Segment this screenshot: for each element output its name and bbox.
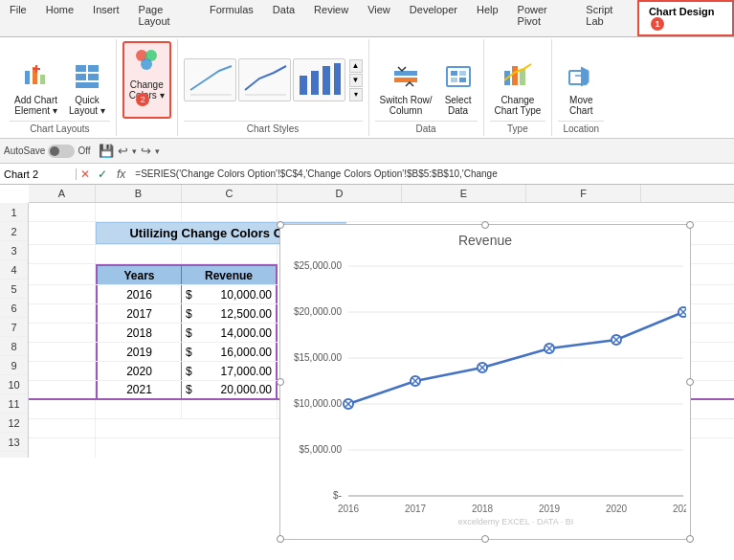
chart-handle-left[interactable] [277, 378, 284, 386]
confirm-formula-icon[interactable]: ✓ [94, 168, 111, 181]
style-scroll-up[interactable]: ▲ [349, 59, 363, 73]
cell-revenue-2017[interactable]: $ 12,500.00 [182, 304, 278, 323]
chart-container[interactable]: Revenue $25,000.00 $20,000.00 $15,000.00… [279, 224, 691, 540]
svg-text:$-: $- [333, 490, 342, 501]
switch-row-column-button[interactable]: Switch Row/Column [375, 60, 437, 119]
tab-help[interactable]: Help [467, 0, 508, 36]
cell-a7[interactable] [29, 324, 96, 342]
chart-handle-top[interactable] [481, 221, 489, 229]
autosave-toggle[interactable] [48, 145, 75, 158]
chart-style-3[interactable] [293, 58, 345, 101]
tab-review[interactable]: Review [304, 0, 358, 36]
cell-a8[interactable] [29, 343, 96, 361]
autosave-text: AutoSave [4, 146, 45, 156]
cell-years-header[interactable]: Years [96, 264, 182, 284]
cell-rest-1[interactable] [278, 203, 734, 221]
cell-year-2020[interactable]: 2020 [96, 362, 182, 380]
chart-style-2[interactable] [238, 58, 291, 101]
style-scroll-down[interactable]: ▾ [349, 88, 363, 101]
cell-b3[interactable] [96, 245, 182, 263]
cell-year-2017[interactable]: 2017 [96, 304, 182, 323]
cell-revenue-2021[interactable]: $ 20,000.00 [182, 381, 278, 398]
row-num-9: 9 [0, 356, 28, 375]
cell-year-2018[interactable]: 2018 [96, 324, 182, 342]
add-chart-element-icon [23, 63, 50, 94]
cell-a4[interactable] [29, 264, 96, 284]
tab-formulas[interactable]: Formulas [200, 0, 263, 36]
tab-data[interactable]: Data [263, 0, 304, 36]
amount-2: 14,000.00 [221, 326, 272, 340]
cell-a5[interactable] [29, 285, 96, 303]
svg-rect-5 [76, 65, 86, 72]
cell-a2[interactable] [29, 222, 96, 244]
chart-handle-right[interactable] [686, 378, 694, 386]
tab-power-pivot[interactable]: Power Pivot [508, 0, 577, 36]
cell-revenue-2016[interactable]: $ 10,000.00 [182, 285, 278, 303]
cell-a6[interactable] [29, 304, 96, 323]
cell-year-2021[interactable]: 2021 [96, 381, 182, 398]
add-chart-element-button[interactable]: Add ChartElement ▾ [10, 60, 62, 119]
tab-page-layout[interactable]: Page Layout [129, 0, 200, 36]
cell-revenue-2020[interactable]: $ 17,000.00 [182, 362, 278, 380]
svg-rect-21 [447, 67, 470, 86]
group-data: Switch Row/Column SelectData [369, 39, 484, 136]
cell-a12[interactable] [29, 419, 96, 437]
save-icon[interactable]: 💾 [99, 144, 114, 158]
redo-dropdown-icon[interactable]: ▾ [155, 146, 160, 156]
cell-a3[interactable] [29, 245, 96, 263]
row-num-4: 4 [0, 260, 28, 280]
cell-year-2016[interactable]: 2016 [96, 285, 182, 303]
chart-handle-bottom[interactable] [481, 535, 489, 543]
cells-content: Utilizing Change Colors Option Years Rev… [29, 203, 734, 458]
chart2-name-box[interactable]: Chart 2 [0, 168, 77, 180]
autosave-label: AutoSave Off [4, 145, 91, 158]
autosave-off: Off [78, 146, 90, 156]
tab-insert[interactable]: Insert [83, 0, 129, 36]
cell-revenue-2018[interactable]: $ 14,000.00 [182, 324, 278, 342]
tab-home[interactable]: Home [36, 0, 83, 36]
style-scroll-mid[interactable]: ▼ [349, 74, 363, 87]
tab-view[interactable]: View [358, 0, 400, 36]
chart-handle-tl[interactable] [277, 221, 284, 229]
cell-a1[interactable] [29, 203, 96, 221]
chart-handle-tr[interactable] [686, 221, 694, 229]
tab-developer[interactable]: Developer [400, 0, 467, 36]
cell-a11[interactable] [29, 400, 96, 418]
svg-rect-7 [76, 74, 86, 80]
cell-a13[interactable] [29, 438, 96, 458]
cell-c3[interactable] [182, 245, 278, 263]
group-type-items: ChangeChart Type [490, 41, 546, 119]
group-chart-layouts-label: Chart Layouts [10, 121, 110, 134]
chart-handle-br[interactable] [686, 535, 694, 543]
tab-chart-design[interactable]: Chart Design 1 [637, 0, 734, 36]
cell-b11[interactable] [96, 400, 182, 418]
row-num-7: 7 [0, 318, 28, 337]
cell-a9[interactable] [29, 362, 96, 380]
years-header-label: Years [123, 269, 154, 282]
ribbon-content: Add ChartElement ▾ QuickLayout ▾ [0, 37, 734, 138]
svg-text:exceldemy  EXCEL · DATA · BI: exceldemy EXCEL · DATA · BI [458, 517, 573, 526]
chart-handle-bl[interactable] [277, 535, 284, 543]
cell-revenue-2019[interactable]: $ 16,000.00 [182, 343, 278, 361]
redo-icon[interactable]: ↪ [141, 144, 151, 158]
chart-style-1[interactable] [184, 58, 236, 101]
quick-layout-button[interactable]: QuickLayout ▾ [64, 60, 110, 119]
tab-file[interactable]: File [0, 0, 36, 36]
svg-rect-6 [88, 65, 99, 72]
cell-revenue-header[interactable]: Revenue [182, 264, 278, 284]
select-data-button[interactable]: SelectData [439, 60, 478, 119]
cell-c11[interactable] [182, 400, 278, 418]
undo-dropdown-icon[interactable]: ▾ [132, 146, 137, 156]
cell-b1[interactable] [96, 203, 182, 221]
move-chart-button[interactable]: MoveChart [562, 60, 600, 119]
chart-styles-items: ▲ ▼ ▾ [184, 41, 363, 119]
undo-icon[interactable]: ↩ [118, 144, 128, 158]
change-colors-button[interactable]: ChangeColors ▾ 2 [122, 41, 171, 119]
change-chart-type-button[interactable]: ChangeChart Type [490, 58, 546, 119]
cell-year-2019[interactable]: 2019 [96, 343, 182, 361]
cell-a10[interactable] [29, 381, 96, 398]
cancel-formula-icon[interactable]: ✕ [77, 168, 94, 181]
tab-script-lab[interactable]: Script Lab [576, 0, 637, 36]
spreadsheet-area: A B C D E F 1 2 3 4 5 6 7 8 9 10 11 12 1… [0, 185, 734, 560]
cell-c1[interactable] [182, 203, 278, 221]
